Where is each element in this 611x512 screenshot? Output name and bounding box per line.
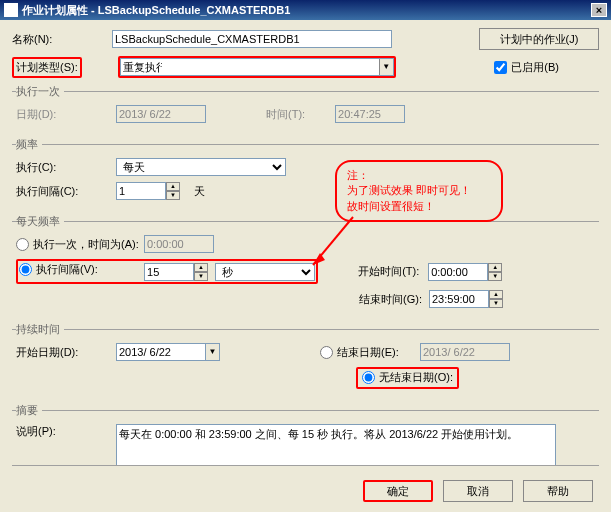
footer: 确定 取消 帮助: [363, 480, 593, 502]
end-time-spinner[interactable]: ▲▼: [429, 290, 503, 308]
no-end-radio[interactable]: [362, 371, 375, 384]
spin-up-icon[interactable]: ▲: [488, 263, 502, 272]
date-chevron-down-icon[interactable]: ▼: [206, 343, 220, 361]
start-time-input[interactable]: [428, 263, 488, 281]
annot-line1: 注：: [347, 168, 491, 183]
start-date-label: 开始日期(D):: [16, 345, 116, 360]
spin-down-icon[interactable]: ▼: [166, 191, 180, 200]
group-once: 执行一次 日期(D): 时间(T):: [12, 84, 599, 133]
freq-interval-unit: 天: [194, 184, 205, 199]
legend-freq: 频率: [16, 137, 42, 152]
start-time-label: 开始时间(T):: [358, 264, 428, 279]
daily-interval-label: 执行间隔(V):: [36, 262, 98, 277]
freq-interval-input[interactable]: [116, 182, 166, 200]
spin-up-icon[interactable]: ▲: [166, 182, 180, 191]
type-select[interactable]: [120, 58, 164, 76]
freq-interval-spinner[interactable]: ▲▼: [116, 182, 180, 200]
spin-down-icon[interactable]: ▼: [488, 272, 502, 281]
type-select-wrap: ▼: [118, 56, 396, 78]
annotation-callout: 注： 为了测试效果 即时可见！ 故时间设置很短！: [335, 160, 503, 222]
legend-summary: 摘要: [16, 403, 42, 418]
end-date-radio-wrap[interactable]: 结束日期(E):: [320, 345, 420, 360]
legend-daily: 每天频率: [16, 214, 64, 229]
annot-line2: 为了测试效果 即时可见！: [347, 183, 491, 198]
type-label: 计划类型(S):: [12, 57, 82, 78]
daily-interval-spinner[interactable]: ▲▼: [144, 263, 208, 281]
desc-textarea[interactable]: [116, 424, 556, 466]
enabled-label: 已启用(B): [511, 60, 559, 75]
enabled-checkbox-wrap[interactable]: 已启用(B): [494, 60, 559, 75]
daily-once-radio-wrap[interactable]: 执行一次，时间为(A):: [16, 237, 144, 252]
daily-once-label: 执行一次，时间为(A):: [33, 237, 139, 252]
titlebar: 作业计划属性 - LSBackupSchedule_CXMASTERDB1 ×: [0, 0, 611, 20]
freq-exec-label: 执行(C):: [16, 160, 116, 175]
end-time-label: 结束时间(G):: [359, 292, 429, 307]
daily-interval-radio[interactable]: [19, 263, 32, 276]
group-duration: 持续时间 开始日期(D): ▼ 结束日期(E): 无结束日期(O):: [12, 322, 599, 399]
end-date-input: [420, 343, 510, 361]
daily-once-radio[interactable]: [16, 238, 29, 251]
group-freq: 频率 执行(C): 每天 执行间隔(C): ▲▼ 天: [12, 137, 599, 210]
start-time-spinner[interactable]: ▲▼: [428, 263, 502, 281]
once-time-input: [335, 105, 405, 123]
chevron-down-icon[interactable]: ▼: [379, 59, 393, 75]
cancel-button[interactable]: 取消: [443, 480, 513, 502]
daily-once-time: [144, 235, 214, 253]
group-daily: 每天频率 执行一次，时间为(A): 执行间隔(V): ▲▼ 秒 开始时间(T):: [12, 214, 599, 318]
jobs-button[interactable]: 计划中的作业(J): [479, 28, 599, 50]
no-end-radio-wrap[interactable]: 无结束日期(O):: [362, 370, 453, 385]
end-date-label: 结束日期(E):: [337, 345, 399, 360]
window-title: 作业计划属性 - LSBackupSchedule_CXMASTERDB1: [22, 0, 290, 20]
end-time-input[interactable]: [429, 290, 489, 308]
spin-down-icon[interactable]: ▼: [489, 299, 503, 308]
name-input[interactable]: [112, 30, 392, 48]
no-end-label: 无结束日期(O):: [379, 370, 453, 385]
daily-interval-unit[interactable]: 秒: [215, 263, 315, 281]
name-label: 名称(N):: [12, 32, 112, 47]
spin-up-icon[interactable]: ▲: [194, 263, 208, 272]
desc-label: 说明(P):: [16, 424, 116, 439]
enabled-checkbox[interactable]: [494, 61, 507, 74]
ok-button[interactable]: 确定: [363, 480, 433, 502]
app-icon: [4, 3, 18, 17]
annot-line3: 故时间设置很短！: [347, 199, 491, 214]
spin-down-icon[interactable]: ▼: [194, 272, 208, 281]
daily-interval-input[interactable]: [144, 263, 194, 281]
help-button[interactable]: 帮助: [523, 480, 593, 502]
once-time-label: 时间(T):: [266, 107, 305, 122]
once-date-input: [116, 105, 206, 123]
freq-exec-select[interactable]: 每天: [116, 158, 286, 176]
close-icon[interactable]: ×: [591, 3, 607, 17]
once-date-label: 日期(D):: [16, 107, 116, 122]
legend-once: 执行一次: [16, 84, 64, 99]
start-date-input[interactable]: [116, 343, 206, 361]
legend-duration: 持续时间: [16, 322, 64, 337]
end-date-radio[interactable]: [320, 346, 333, 359]
spin-up-icon[interactable]: ▲: [489, 290, 503, 299]
daily-interval-radio-wrap[interactable]: 执行间隔(V):: [19, 262, 141, 277]
freq-interval-label: 执行间隔(C):: [16, 184, 116, 199]
